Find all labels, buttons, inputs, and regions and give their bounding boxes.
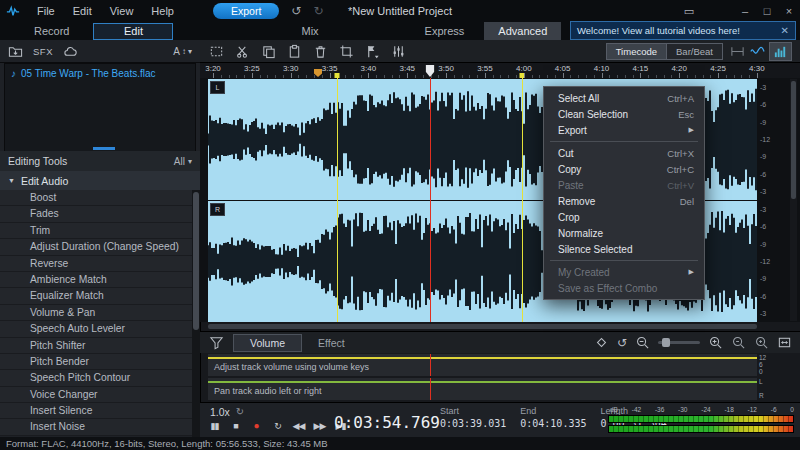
trim-icon[interactable] [338,43,355,60]
speed-loop-icon[interactable]: ↻ [236,407,244,417]
context-menu-item-normalize[interactable]: Normalize [544,225,704,241]
context-menu-item-select-all[interactable]: Select AllCtrl+A [544,90,704,106]
menu-help[interactable]: Help [142,3,183,19]
tab-record[interactable]: Record [34,25,69,37]
scrollbar-thumb[interactable] [193,192,199,330]
tool-list-scrollbar[interactable] [192,190,200,437]
record-button[interactable]: ● [250,420,263,431]
funnel-icon[interactable] [208,334,225,351]
tool-item-equalizer-match[interactable]: Equalizer Match [0,288,192,304]
tool-item-boost[interactable]: Boost [0,190,192,206]
waveform-view-icon[interactable] [749,43,766,60]
copy-icon[interactable] [260,43,277,60]
tool-item-volume-pan[interactable]: Volume & Pan [0,305,192,321]
pan-envelope-line[interactable] [208,381,757,383]
tab-advanced[interactable]: Advanced [484,22,561,40]
scrollbar-thumb[interactable] [791,81,796,199]
stop-button[interactable]: ■ [229,421,242,431]
paste-icon[interactable] [286,43,303,60]
context-menu-item-cut[interactable]: CutCtrl+X [544,145,704,161]
context-menu-item-silence-selected[interactable]: Silence Selected [544,241,704,257]
rewind-button[interactable]: ◀◀ [292,421,305,431]
marker-icon[interactable] [364,43,381,60]
tool-item-insert-silence[interactable]: Insert Silence [0,403,192,419]
minimize-button[interactable]: – [734,5,756,18]
sort-dropdown[interactable]: A↕ ▾ [173,46,192,57]
context-menu-item-export[interactable]: Export▶ [544,122,704,138]
close-button[interactable]: × [778,5,800,18]
mixer-icon[interactable] [390,43,407,60]
tool-item-pitch-shifter[interactable]: Pitch Shifter [0,338,192,354]
keyframe-icon[interactable] [594,335,609,350]
maximize-button[interactable]: □ [756,5,778,18]
zoom-slider[interactable] [658,341,700,344]
pause-button[interactable]: ▮▮ [208,421,221,431]
barbeat-toggle-button[interactable]: Bar/Beat [666,43,723,60]
tool-item-speech-auto-leveler[interactable]: Speech Auto Leveler [0,321,192,337]
reset-zoom-icon[interactable]: ↺ [617,337,627,349]
delete-icon[interactable] [312,43,329,60]
tab-express[interactable]: Express [415,25,475,37]
zoom-slider-knob[interactable] [662,338,670,347]
waveform-vertical-scrollbar[interactable] [790,79,797,321]
selection-start-line[interactable] [337,78,338,322]
pan-keyframe-lane[interactable]: Pan track audio left or right [208,378,757,400]
selection-end-line[interactable] [522,78,523,322]
timeline-ruler[interactable]: 3:203:253:303:353:403:453:503:554:004:05… [200,63,800,79]
db-unit-label: dB [610,406,618,413]
tool-item-adjust-duration-change-speed-[interactable]: Adjust Duration (Change Speed) [0,239,192,255]
tab-mix[interactable]: Mix [301,25,318,37]
spectral-view-icon[interactable] [769,42,792,61]
scrollbar-thumb[interactable] [208,324,757,329]
tools-filter-dropdown[interactable]: All ▾ [174,156,192,167]
file-list-scrollbar[interactable] [93,147,115,150]
context-menu-item-copy[interactable]: CopyCtrl+C [544,161,704,177]
import-media-icon[interactable] [8,44,23,59]
fit-window-icon[interactable] [777,335,792,350]
tab-effect[interactable]: Effect [304,335,359,351]
timecode-toggle-button[interactable]: Timecode [606,43,666,60]
context-menu-item-crop[interactable]: Crop [544,209,704,225]
tool-item-insert-noise[interactable]: Insert Noise [0,419,192,435]
context-menu-item-remove[interactable]: RemoveDel [544,193,704,209]
screen-mode-icon[interactable]: ▭ [678,5,700,18]
toast-close-icon[interactable]: ✕ [781,25,789,36]
ruler-tick-label: 4:30 [749,64,765,73]
playback-speed[interactable]: 1.0x ↻ [210,406,244,418]
playhead-line[interactable] [430,78,431,322]
file-list-item[interactable]: ♪ 05 Time Warp - The Beats.flac [5,64,195,83]
speed-value: 1.0x [210,406,230,418]
tool-item-ambience-match[interactable]: Ambience Match [0,272,192,288]
volume-envelope-line[interactable] [208,357,757,359]
tool-item-voice-changer[interactable]: Voice Changer [0,387,192,403]
tab-edit[interactable]: Edit [93,23,173,40]
tool-item-reverse[interactable]: Reverse [0,256,192,272]
tab-volume[interactable]: Volume [233,334,302,352]
cut-icon[interactable] [234,43,251,60]
cloud-icon[interactable] [63,44,78,59]
waveform-horizontal-scrollbar[interactable] [208,323,757,330]
export-button[interactable]: Export [213,3,279,19]
select-tool-icon[interactable] [208,43,225,60]
menu-file[interactable]: File [28,3,64,19]
menu-edit[interactable]: Edit [64,3,101,19]
ruler-tick-label: 3:55 [477,64,493,73]
tool-item-speech-pitch-contour[interactable]: Speech Pitch Contour [0,370,192,386]
menu-view[interactable]: View [101,3,143,19]
zoom-out-alt-icon[interactable] [731,335,746,350]
volume-keyframe-lane[interactable]: Adjust track volume using volume keys [208,354,757,376]
loop-button[interactable]: ↻ [271,421,284,431]
context-menu-item-clean-selection[interactable]: Clean SelectionEsc [544,106,704,122]
forward-button[interactable]: ▶▶ [313,421,326,431]
tool-item-pitch-bender[interactable]: Pitch Bender [0,354,192,370]
keyframe-tab-bar: Volume Effect ↺ [200,331,800,353]
tool-item-trim[interactable]: Trim [0,223,192,239]
zoom-out-icon[interactable] [635,335,650,350]
zoom-in-alt-icon[interactable] [754,335,769,350]
zoom-in-icon[interactable] [708,335,723,350]
sfx-library-button[interactable]: SFX [33,46,53,57]
undo-icon[interactable]: ↺ [291,4,301,18]
tool-item-fades[interactable]: Fades [0,206,192,222]
range-icon[interactable] [729,43,746,60]
edit-audio-section[interactable]: ▼ Edit Audio [0,171,200,190]
